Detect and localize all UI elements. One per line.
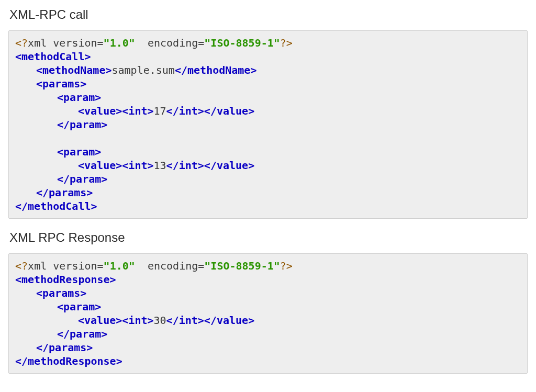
int-value-2: 13 [154,159,166,172]
equals: = [97,260,104,272]
version-value: "1.0" [104,260,135,272]
method-name-text: sample.sum [112,64,175,76]
tag-param-open: <param> [57,300,101,313]
tag-value-close: </value> [204,105,254,117]
attr-encoding: encoding [148,260,198,272]
tag-value-close: </value> [204,314,254,327]
tag-int-close: </int> [166,105,204,117]
tag-value-close: </value> [204,159,254,172]
tag-value-open: <value> [78,105,122,117]
tag-int-close: </int> [166,314,204,327]
version-value: "1.0" [104,37,135,49]
tag-methodcall-open: <methodCall> [15,50,91,63]
xml-prolog-open: <? [15,37,28,49]
attr-version: version [53,260,97,272]
encoding-value: "ISO-8859-1" [204,260,280,272]
space [141,260,148,272]
blank-line [15,132,21,144]
tag-methodname-close: </methodName> [175,64,257,76]
code-block-response: <?xml version="1.0" encoding="ISO-8859-1… [8,253,528,374]
tag-methodresponse-open: <methodResponse> [15,273,116,286]
space [141,37,148,49]
tag-methodcall-close: </methodCall> [15,200,97,212]
xml-keyword: xml [28,260,47,272]
heading-response: XML RPC Response [9,230,528,245]
xml-prolog-open: <? [15,260,28,272]
tag-params-close: </params> [36,341,93,354]
tag-param-close: </param> [57,328,107,340]
heading-call: XML-RPC call [9,7,528,22]
document-page: XML-RPC call <?xml version="1.0" encodin… [0,0,536,392]
space [135,260,141,272]
attr-version: version [53,37,97,49]
tag-int-open: <int> [122,105,153,117]
tag-param-close: </param> [57,118,107,131]
tag-param-close: </param> [57,173,107,185]
tag-int-open: <int> [122,159,153,172]
tag-params-open: <params> [36,287,86,299]
encoding-value: "ISO-8859-1" [204,37,280,49]
xml-prolog-close: ?> [280,260,293,272]
tag-param-open: <param> [57,145,101,158]
code-response: <?xml version="1.0" encoding="ISO-8859-1… [15,259,521,368]
equals: = [97,37,104,49]
xml-prolog-close: ?> [280,37,293,49]
attr-encoding: encoding [148,37,198,49]
code-call: <?xml version="1.0" encoding="ISO-8859-1… [15,36,521,213]
space [47,260,53,272]
tag-params-close: </params> [36,186,93,199]
xml-keyword: xml [28,37,47,49]
code-block-call: <?xml version="1.0" encoding="ISO-8859-1… [8,30,528,219]
space [47,37,53,49]
tag-methodresponse-close: </methodResponse> [15,355,122,367]
equals: = [198,37,204,49]
tag-int-open: <int> [122,314,153,327]
tag-methodname-open: <methodName> [36,64,112,76]
int-value-1: 17 [154,105,166,117]
tag-value-open: <value> [78,314,122,327]
tag-params-open: <params> [36,77,86,90]
int-value: 30 [154,314,166,327]
tag-value-open: <value> [78,159,122,172]
equals: = [198,260,204,272]
tag-param-open: <param> [57,91,101,104]
space [135,37,141,49]
tag-int-close: </int> [166,159,204,172]
